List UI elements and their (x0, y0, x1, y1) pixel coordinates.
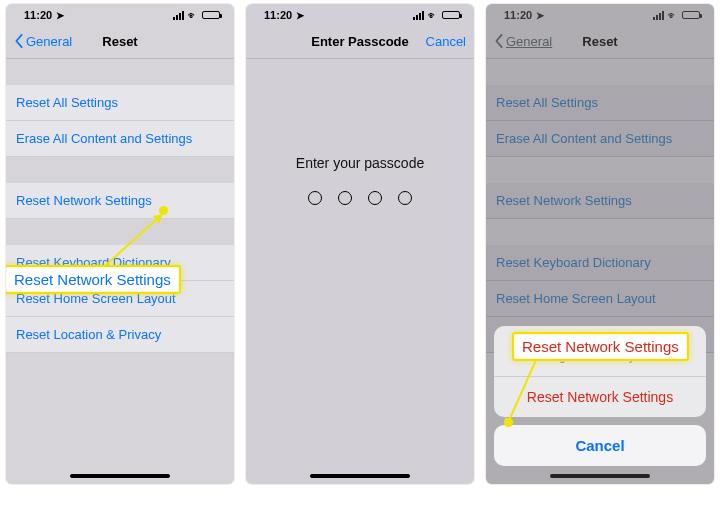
reset-all-settings: Reset All Settings (486, 85, 714, 121)
screen-reset-settings: 11:20 ➤ ᯤ General Reset Reset All Settin… (6, 4, 234, 484)
pin-dot (368, 191, 382, 205)
pin-dot (398, 191, 412, 205)
passcode-input[interactable] (246, 191, 474, 205)
status-bar: 11:20 ➤ ᯤ (6, 4, 234, 26)
list-item-label: Reset Network Settings (16, 193, 152, 208)
home-indicator[interactable] (550, 474, 650, 478)
erase-all-content: Erase All Content and Settings (486, 121, 714, 157)
sheet-cancel-button[interactable]: Cancel (494, 425, 706, 466)
nav-back-button[interactable]: General (14, 34, 72, 49)
status-time: 11:20 (264, 9, 292, 21)
callout-confirm-reset: Reset Network Settings (512, 332, 689, 361)
battery-icon (442, 11, 460, 19)
nav-back-label: General (506, 34, 552, 49)
reset-network-settings: Reset Network Settings (486, 183, 714, 219)
cancel-button[interactable]: Cancel (426, 34, 466, 49)
reset-keyboard-dictionary: Reset Keyboard Dictionary (486, 245, 714, 281)
pin-dot (308, 191, 322, 205)
callout-pointer-dot (504, 418, 513, 427)
screen-enter-passcode: 11:20 ➤ ᯤ Enter Passcode Cancel Enter yo… (246, 4, 474, 484)
list-item-label: Reset Location & Privacy (16, 327, 161, 342)
list-item-label: Erase All Content and Settings (496, 131, 672, 146)
sheet-destructive-label: Reset Network Settings (527, 389, 673, 405)
screen-confirm-reset: 11:20 ➤ ᯤ General Reset Reset All Settin… (486, 4, 714, 484)
home-indicator[interactable] (70, 474, 170, 478)
list-item-label: Reset All Settings (496, 95, 598, 110)
battery-icon (202, 11, 220, 19)
list-item-label: Reset Network Settings (496, 193, 632, 208)
callout-label: Reset Network Settings (522, 338, 679, 355)
reset-all-settings[interactable]: Reset All Settings (6, 85, 234, 121)
wifi-icon: ᯤ (428, 10, 438, 21)
location-icon: ➤ (536, 10, 544, 21)
battery-icon (682, 11, 700, 19)
cancel-label: Cancel (426, 34, 466, 49)
status-bar: 11:20 ➤ ᯤ (246, 4, 474, 26)
callout-reset-network: Reset Network Settings (6, 265, 181, 294)
callout-label: Reset Network Settings (14, 271, 171, 288)
signal-icon (653, 11, 664, 20)
pin-dot (338, 191, 352, 205)
list-item-label: Erase All Content and Settings (16, 131, 192, 146)
nav-bar: General Reset (6, 26, 234, 56)
reset-location-privacy[interactable]: Reset Location & Privacy (6, 317, 234, 353)
erase-all-content[interactable]: Erase All Content and Settings (6, 121, 234, 157)
status-bar: 11:20 ➤ ᯤ (486, 4, 714, 26)
nav-back-label: General (26, 34, 72, 49)
list-item-label: Reset All Settings (16, 95, 118, 110)
nav-bar: Enter Passcode Cancel (246, 26, 474, 56)
reset-home-screen-layout: Reset Home Screen Layout (486, 281, 714, 317)
location-icon: ➤ (56, 10, 64, 21)
sheet-cancel-label: Cancel (575, 437, 624, 454)
status-time: 11:20 (504, 9, 532, 21)
list-item-label: Reset Keyboard Dictionary (496, 255, 651, 270)
signal-icon (413, 11, 424, 20)
chevron-left-icon (14, 34, 24, 48)
reset-network-settings[interactable]: Reset Network Settings (6, 183, 234, 219)
home-indicator[interactable] (310, 474, 410, 478)
list-item-label: Reset Home Screen Layout (496, 291, 656, 306)
chevron-left-icon (494, 34, 504, 48)
wifi-icon: ᯤ (668, 10, 678, 21)
passcode-prompt: Enter your passcode (246, 155, 474, 171)
location-icon: ➤ (296, 10, 304, 21)
status-time: 11:20 (24, 9, 52, 21)
signal-icon (173, 11, 184, 20)
nav-back-button: General (494, 34, 552, 49)
nav-bar: General Reset (486, 26, 714, 56)
wifi-icon: ᯤ (188, 10, 198, 21)
